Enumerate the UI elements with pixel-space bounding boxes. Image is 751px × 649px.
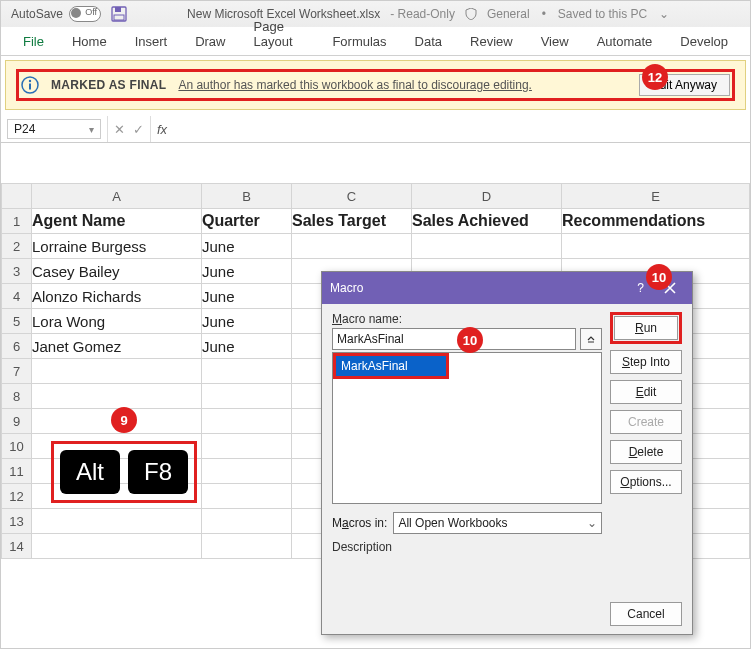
fx-label[interactable]: fx (151, 122, 167, 137)
cell[interactable]: Lora Wong (32, 309, 202, 334)
cell[interactable] (202, 409, 292, 434)
cancel-button[interactable]: Cancel (610, 602, 682, 626)
save-icon[interactable] (111, 6, 127, 22)
row-header[interactable]: 11 (2, 459, 32, 484)
cell[interactable] (292, 234, 412, 259)
dialog-title: Macro (330, 281, 363, 295)
row-header[interactable]: 13 (2, 509, 32, 534)
macro-list[interactable]: MarkAsFinal (332, 352, 602, 504)
row-header[interactable]: 4 (2, 284, 32, 309)
name-box[interactable]: P24 ▾ (7, 119, 101, 139)
tab-file[interactable]: File (9, 28, 58, 55)
tab-view[interactable]: View (527, 28, 583, 55)
chevron-down-icon[interactable]: ⌄ (587, 516, 597, 530)
cell[interactable] (32, 509, 202, 534)
tab-home[interactable]: Home (58, 28, 121, 55)
cell[interactable]: Lorraine Burgess (32, 234, 202, 259)
row-header[interactable]: 14 (2, 534, 32, 559)
edit-button[interactable]: Edit (610, 380, 682, 404)
cell[interactable]: Quarter (202, 209, 292, 234)
cell[interactable]: Casey Bailey (32, 259, 202, 284)
cell[interactable] (32, 359, 202, 384)
cell[interactable] (202, 434, 292, 459)
cell[interactable]: Alonzo Richards (32, 284, 202, 309)
col-header-C[interactable]: C (292, 184, 412, 209)
row-header[interactable]: 9 (2, 409, 32, 434)
macro-dialog: Macro ? Macro name: MarkAsFinal MarkAsFi… (321, 271, 693, 635)
cell[interactable] (32, 534, 202, 559)
tab-automate[interactable]: Automate (583, 28, 667, 55)
row-header[interactable]: 5 (2, 309, 32, 334)
autosave-toggle[interactable]: AutoSave Off (11, 6, 101, 22)
row-header[interactable]: 2 (2, 234, 32, 259)
row-header[interactable]: 7 (2, 359, 32, 384)
row-header[interactable]: 12 (2, 484, 32, 509)
cell[interactable] (202, 359, 292, 384)
col-header-A[interactable]: A (32, 184, 202, 209)
cancel-icon[interactable]: ✕ (114, 122, 125, 137)
macros-in-select[interactable]: All Open Workbooks ⌄ (393, 512, 602, 534)
tab-formulas[interactable]: Formulas (318, 28, 400, 55)
chevron-down-icon[interactable]: ▾ (89, 124, 94, 135)
ribbon-tabs: File Home Insert Draw Page Layout Formul… (1, 27, 750, 56)
cell[interactable] (202, 534, 292, 559)
cell[interactable] (202, 384, 292, 409)
cell[interactable]: June (202, 259, 292, 284)
cell[interactable] (202, 509, 292, 534)
formula-controls: ✕ ✓ (107, 116, 151, 142)
col-header-B[interactable]: B (202, 184, 292, 209)
tab-insert[interactable]: Insert (121, 28, 182, 55)
step-into-button[interactable]: Step Into (610, 350, 682, 374)
cell[interactable]: Sales Achieved (412, 209, 562, 234)
accept-icon[interactable]: ✓ (133, 122, 144, 137)
cell[interactable]: June (202, 284, 292, 309)
dot-separator: • (540, 7, 548, 21)
cell[interactable]: Agent Name (32, 209, 202, 234)
cell[interactable]: June (202, 309, 292, 334)
callout-9: 9 (111, 407, 137, 433)
info-icon (21, 76, 39, 94)
select-all-corner[interactable] (2, 184, 32, 209)
tab-data[interactable]: Data (401, 28, 456, 55)
cell[interactable]: Janet Gomez (32, 334, 202, 359)
col-header-D[interactable]: D (412, 184, 562, 209)
row-header[interactable]: 1 (2, 209, 32, 234)
tab-review[interactable]: Review (456, 28, 527, 55)
cell[interactable]: June (202, 334, 292, 359)
tab-page-layout[interactable]: Page Layout (240, 13, 319, 55)
run-button[interactable]: Run (614, 316, 678, 340)
create-button[interactable]: Create (610, 410, 682, 434)
callout-10-list: 10 (457, 327, 483, 353)
macro-list-item[interactable]: MarkAsFinal (336, 356, 446, 376)
options-button[interactable]: Options... (610, 470, 682, 494)
toggle-off-icon[interactable]: Off (69, 6, 101, 22)
macros-in-value: All Open Workbooks (398, 516, 507, 530)
shield-icon (465, 8, 477, 20)
svg-rect-2 (114, 15, 124, 20)
cell[interactable]: Sales Target (292, 209, 412, 234)
cell[interactable] (202, 459, 292, 484)
cell[interactable] (202, 484, 292, 509)
macro-name-input[interactable]: MarkAsFinal (332, 328, 576, 350)
help-icon[interactable]: ? (637, 281, 644, 295)
cell[interactable] (32, 384, 202, 409)
row-header[interactable]: 8 (2, 384, 32, 409)
row-header[interactable]: 3 (2, 259, 32, 284)
cell[interactable]: June (202, 234, 292, 259)
cell[interactable] (412, 234, 562, 259)
key-f8: F8 (128, 450, 188, 494)
description-label: Description (332, 540, 602, 554)
col-header-E[interactable]: E (562, 184, 750, 209)
collapse-icon[interactable] (580, 328, 602, 350)
cell[interactable]: Recommendations (562, 209, 750, 234)
tab-draw[interactable]: Draw (181, 28, 239, 55)
chevron-down-icon[interactable]: ⌄ (659, 7, 669, 21)
name-box-value: P24 (14, 122, 35, 136)
delete-button[interactable]: Delete (610, 440, 682, 464)
dialog-titlebar[interactable]: Macro ? (322, 272, 692, 304)
shortcut-keys: Alt F8 (51, 441, 197, 503)
row-header[interactable]: 10 (2, 434, 32, 459)
tab-developer[interactable]: Develop (666, 28, 742, 55)
cell[interactable] (562, 234, 750, 259)
row-header[interactable]: 6 (2, 334, 32, 359)
